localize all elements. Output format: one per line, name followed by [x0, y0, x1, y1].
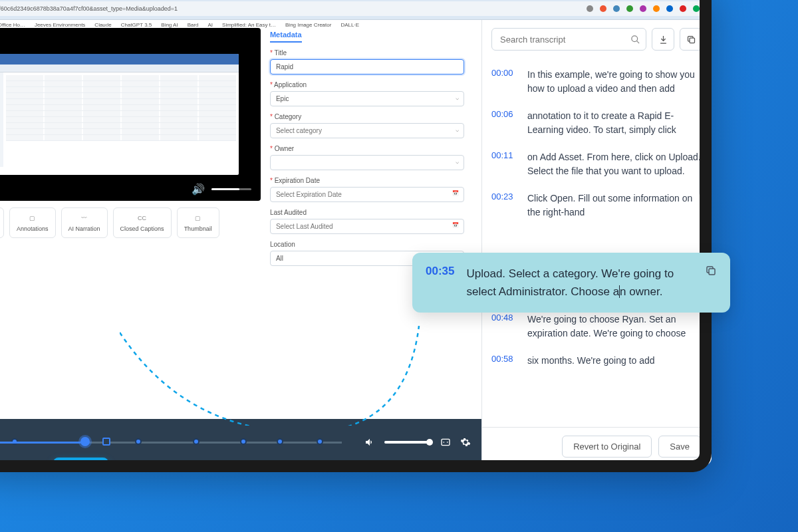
download-button[interactable]: [652, 28, 674, 51]
time-badge: 00:35: [53, 458, 108, 466]
search-box[interactable]: [491, 28, 646, 51]
tool-annotations[interactable]: ▢Annotations: [9, 207, 56, 238]
copy-icon[interactable]: [705, 265, 717, 301]
transcript-row[interactable]: 00:58six months. We're going to add: [491, 347, 702, 374]
category-select[interactable]: [270, 123, 464, 138]
timeline-marker[interactable]: [135, 438, 142, 445]
timeline-volume-slider[interactable]: [384, 441, 431, 444]
highlight-text[interactable]: Upload. Select a category. We're going t…: [466, 265, 693, 301]
metadata-tab[interactable]: Metadata: [270, 31, 302, 43]
transcript-row[interactable]: 00:11on Add Asset. From here, click on U…: [491, 144, 702, 185]
tool-thumbnail[interactable]: ▢Thumbnail: [177, 207, 219, 238]
extension-icons: [587, 5, 700, 12]
video-player[interactable]: 🔊: [0, 28, 261, 201]
copy-button[interactable]: [680, 28, 702, 51]
timeline-marker[interactable]: [11, 438, 18, 445]
captions-icon[interactable]: [440, 437, 451, 448]
timeline-playhead[interactable]: [80, 437, 90, 446]
timeline-marker[interactable]: [193, 438, 200, 445]
application-label: Application: [270, 81, 464, 88]
tool-trim[interactable]: ✂Trim: [0, 207, 4, 238]
tool-closed-captions[interactable]: CCClosed Captions: [113, 207, 172, 238]
svg-point-1: [632, 35, 638, 41]
timeline-marker[interactable]: [277, 438, 283, 445]
save-button[interactable]: Save: [658, 436, 701, 458]
revert-button[interactable]: Revert to Original: [562, 436, 652, 458]
category-label: Category: [270, 113, 464, 120]
video-frame: [0, 54, 239, 175]
highlight-time: 00:35: [426, 265, 454, 301]
last-audited-label: Last Audited: [270, 209, 464, 216]
address-bar[interactable]: d=66e7f60c6d2349c6878b38a70a4f7cf00&asse…: [0, 1, 706, 16]
timeline-annotation[interactable]: [102, 438, 110, 446]
expiration-input[interactable]: [270, 187, 464, 202]
svg-rect-3: [709, 269, 715, 275]
owner-label: Owner: [270, 145, 464, 152]
svg-rect-0: [442, 439, 450, 445]
settings-icon[interactable]: [460, 437, 471, 448]
title-input[interactable]: [270, 59, 464, 74]
browser-chrome: (27) Biden WANTS To Debate S… × + — ☐ × …: [0, 0, 712, 20]
timeline-marker[interactable]: [240, 438, 247, 445]
transcript-row[interactable]: 00:00In this example, we're going to sho…: [491, 61, 702, 102]
url-text: d=66e7f60c6d2349c6878b38a70a4f7cf00&asse…: [0, 5, 178, 12]
transcript-list[interactable]: 00:00In this example, we're going to sho…: [482, 59, 712, 427]
location-label: Location: [270, 241, 464, 248]
owner-select[interactable]: [270, 155, 464, 170]
search-input[interactable]: [497, 29, 630, 50]
transcript-highlight[interactable]: 00:35 Upload. Select a category. We're g…: [412, 253, 730, 313]
last-audited-input[interactable]: [270, 219, 464, 234]
volume-icon[interactable]: 🔊: [192, 183, 205, 196]
expiration-label: Expiration Date: [270, 177, 464, 184]
transcript-row[interactable]: 00:23Click Open. Fill out some informati…: [491, 185, 702, 226]
tool-ai-narration[interactable]: 〰AI Narration: [61, 207, 108, 238]
application-select[interactable]: [270, 91, 464, 106]
svg-rect-2: [690, 38, 695, 43]
transcript-row[interactable]: 00:06annotation to it to create a Rapid …: [491, 102, 702, 144]
search-icon[interactable]: [630, 35, 640, 45]
volume-slider[interactable]: [211, 188, 251, 190]
title-label: Title: [270, 49, 464, 57]
volume-icon[interactable]: [364, 437, 375, 448]
timeline-marker[interactable]: [317, 438, 323, 445]
